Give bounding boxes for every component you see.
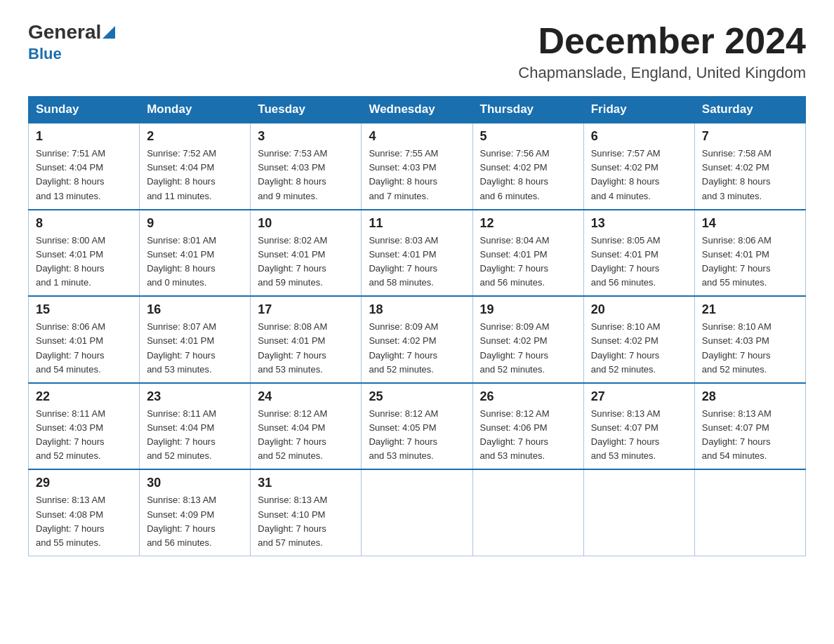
calendar-week-row: 8Sunrise: 8:00 AM Sunset: 4:01 PM Daylig…	[29, 210, 806, 297]
day-number: 12	[480, 216, 576, 231]
day-info: Sunrise: 8:05 AM Sunset: 4:01 PM Dayligh…	[591, 234, 687, 290]
day-number: 25	[369, 389, 465, 404]
column-header-monday: Monday	[140, 97, 251, 123]
calendar-cell: 4Sunrise: 7:55 AM Sunset: 4:03 PM Daylig…	[362, 123, 472, 210]
day-number: 14	[702, 216, 798, 231]
calendar-cell: 9Sunrise: 8:01 AM Sunset: 4:01 PM Daylig…	[140, 210, 251, 297]
calendar-week-row: 15Sunrise: 8:06 AM Sunset: 4:01 PM Dayli…	[29, 296, 806, 383]
calendar-cell: 2Sunrise: 7:52 AM Sunset: 4:04 PM Daylig…	[140, 123, 251, 210]
day-info: Sunrise: 8:13 AM Sunset: 4:07 PM Dayligh…	[702, 407, 798, 464]
calendar-cell: 8Sunrise: 8:00 AM Sunset: 4:01 PM Daylig…	[29, 210, 140, 297]
calendar-cell: 15Sunrise: 8:06 AM Sunset: 4:01 PM Dayli…	[29, 296, 140, 383]
calendar-cell: 24Sunrise: 8:12 AM Sunset: 4:04 PM Dayli…	[251, 383, 362, 470]
calendar-cell: 6Sunrise: 7:57 AM Sunset: 4:02 PM Daylig…	[583, 123, 694, 210]
day-info: Sunrise: 7:53 AM Sunset: 4:03 PM Dayligh…	[258, 147, 354, 203]
day-info: Sunrise: 8:07 AM Sunset: 4:01 PM Dayligh…	[147, 320, 243, 377]
day-info: Sunrise: 8:12 AM Sunset: 4:06 PM Dayligh…	[480, 407, 576, 464]
calendar-cell: 29Sunrise: 8:13 AM Sunset: 4:08 PM Dayli…	[29, 469, 140, 556]
title-section: December 2024 Chapmanslade, England, Uni…	[518, 21, 806, 82]
calendar-cell: 7Sunrise: 7:58 AM Sunset: 4:02 PM Daylig…	[694, 123, 805, 210]
location-text: Chapmanslade, England, United Kingdom	[518, 64, 806, 82]
day-number: 6	[591, 129, 687, 144]
logo-blue-text: Blue	[28, 45, 62, 63]
calendar-cell: 1Sunrise: 7:51 AM Sunset: 4:04 PM Daylig…	[29, 123, 140, 210]
day-info: Sunrise: 8:12 AM Sunset: 4:05 PM Dayligh…	[369, 407, 465, 464]
calendar-cell: 21Sunrise: 8:10 AM Sunset: 4:03 PM Dayli…	[694, 296, 805, 383]
day-number: 17	[258, 302, 354, 317]
day-info: Sunrise: 7:51 AM Sunset: 4:04 PM Dayligh…	[36, 147, 132, 203]
calendar-cell: 5Sunrise: 7:56 AM Sunset: 4:02 PM Daylig…	[472, 123, 583, 210]
day-number: 31	[258, 476, 354, 490]
day-number: 8	[36, 216, 132, 231]
day-info: Sunrise: 8:01 AM Sunset: 4:01 PM Dayligh…	[147, 234, 243, 290]
column-header-wednesday: Wednesday	[362, 97, 472, 123]
calendar-cell: 14Sunrise: 8:06 AM Sunset: 4:01 PM Dayli…	[694, 210, 805, 297]
day-info: Sunrise: 8:13 AM Sunset: 4:07 PM Dayligh…	[591, 407, 687, 464]
calendar-cell: 19Sunrise: 8:09 AM Sunset: 4:02 PM Dayli…	[472, 296, 583, 383]
column-header-thursday: Thursday	[472, 97, 583, 123]
day-number: 21	[702, 302, 798, 317]
day-info: Sunrise: 8:06 AM Sunset: 4:01 PM Dayligh…	[702, 234, 798, 290]
day-number: 13	[591, 216, 687, 231]
calendar-week-row: 22Sunrise: 8:11 AM Sunset: 4:03 PM Dayli…	[29, 383, 806, 470]
day-info: Sunrise: 8:00 AM Sunset: 4:01 PM Dayligh…	[36, 234, 132, 290]
day-number: 1	[36, 129, 132, 144]
day-info: Sunrise: 8:02 AM Sunset: 4:01 PM Dayligh…	[258, 234, 354, 290]
calendar-week-row: 1Sunrise: 7:51 AM Sunset: 4:04 PM Daylig…	[29, 123, 806, 210]
day-number: 9	[147, 216, 243, 231]
day-info: Sunrise: 8:08 AM Sunset: 4:01 PM Dayligh…	[258, 320, 354, 377]
calendar-cell: 23Sunrise: 8:11 AM Sunset: 4:04 PM Dayli…	[140, 383, 251, 470]
day-number: 5	[480, 129, 576, 144]
calendar-cell: 30Sunrise: 8:13 AM Sunset: 4:09 PM Dayli…	[140, 469, 251, 556]
day-number: 29	[36, 476, 132, 490]
calendar-cell	[472, 469, 583, 556]
day-info: Sunrise: 8:10 AM Sunset: 4:02 PM Dayligh…	[591, 320, 687, 377]
day-number: 28	[702, 389, 798, 404]
column-header-saturday: Saturday	[694, 97, 805, 123]
calendar-cell: 18Sunrise: 8:09 AM Sunset: 4:02 PM Dayli…	[362, 296, 472, 383]
day-number: 23	[147, 389, 243, 404]
calendar-cell: 11Sunrise: 8:03 AM Sunset: 4:01 PM Dayli…	[362, 210, 472, 297]
day-info: Sunrise: 8:10 AM Sunset: 4:03 PM Dayligh…	[702, 320, 798, 377]
day-number: 11	[369, 216, 465, 231]
day-number: 10	[258, 216, 354, 231]
day-info: Sunrise: 8:06 AM Sunset: 4:01 PM Dayligh…	[36, 320, 132, 377]
day-number: 15	[36, 302, 132, 317]
day-info: Sunrise: 7:58 AM Sunset: 4:02 PM Dayligh…	[702, 147, 798, 203]
page-header: General Blue December 2024 Chapmanslade,…	[28, 21, 806, 82]
calendar-week-row: 29Sunrise: 8:13 AM Sunset: 4:08 PM Dayli…	[29, 469, 806, 556]
day-number: 3	[258, 129, 354, 144]
column-header-tuesday: Tuesday	[251, 97, 362, 123]
day-number: 20	[591, 302, 687, 317]
day-info: Sunrise: 8:13 AM Sunset: 4:08 PM Dayligh…	[36, 493, 132, 550]
day-number: 22	[36, 389, 132, 404]
calendar-header-row: SundayMondayTuesdayWednesdayThursdayFrid…	[29, 97, 806, 123]
day-number: 7	[702, 129, 798, 144]
day-info: Sunrise: 8:11 AM Sunset: 4:04 PM Dayligh…	[147, 407, 243, 464]
day-info: Sunrise: 8:09 AM Sunset: 4:02 PM Dayligh…	[369, 320, 465, 377]
day-info: Sunrise: 7:55 AM Sunset: 4:03 PM Dayligh…	[369, 147, 465, 203]
day-info: Sunrise: 7:57 AM Sunset: 4:02 PM Dayligh…	[591, 147, 687, 203]
calendar-cell: 27Sunrise: 8:13 AM Sunset: 4:07 PM Dayli…	[583, 383, 694, 470]
logo: General Blue	[28, 21, 115, 63]
month-title: December 2024	[518, 21, 806, 61]
calendar-table: SundayMondayTuesdayWednesdayThursdayFrid…	[28, 96, 806, 556]
calendar-cell	[694, 469, 805, 556]
day-number: 30	[147, 476, 243, 490]
calendar-cell: 22Sunrise: 8:11 AM Sunset: 4:03 PM Dayli…	[29, 383, 140, 470]
column-header-sunday: Sunday	[29, 97, 140, 123]
calendar-cell: 28Sunrise: 8:13 AM Sunset: 4:07 PM Dayli…	[694, 383, 805, 470]
calendar-cell	[583, 469, 694, 556]
calendar-cell: 31Sunrise: 8:13 AM Sunset: 4:10 PM Dayli…	[251, 469, 362, 556]
calendar-cell: 26Sunrise: 8:12 AM Sunset: 4:06 PM Dayli…	[472, 383, 583, 470]
calendar-cell: 10Sunrise: 8:02 AM Sunset: 4:01 PM Dayli…	[251, 210, 362, 297]
day-number: 26	[480, 389, 576, 404]
day-info: Sunrise: 7:56 AM Sunset: 4:02 PM Dayligh…	[480, 147, 576, 203]
logo-general-text: General	[28, 21, 101, 43]
day-info: Sunrise: 8:04 AM Sunset: 4:01 PM Dayligh…	[480, 234, 576, 290]
day-info: Sunrise: 7:52 AM Sunset: 4:04 PM Dayligh…	[147, 147, 243, 203]
day-number: 19	[480, 302, 576, 317]
day-number: 16	[147, 302, 243, 317]
day-info: Sunrise: 8:09 AM Sunset: 4:02 PM Dayligh…	[480, 320, 576, 377]
day-info: Sunrise: 8:13 AM Sunset: 4:09 PM Dayligh…	[147, 493, 243, 550]
